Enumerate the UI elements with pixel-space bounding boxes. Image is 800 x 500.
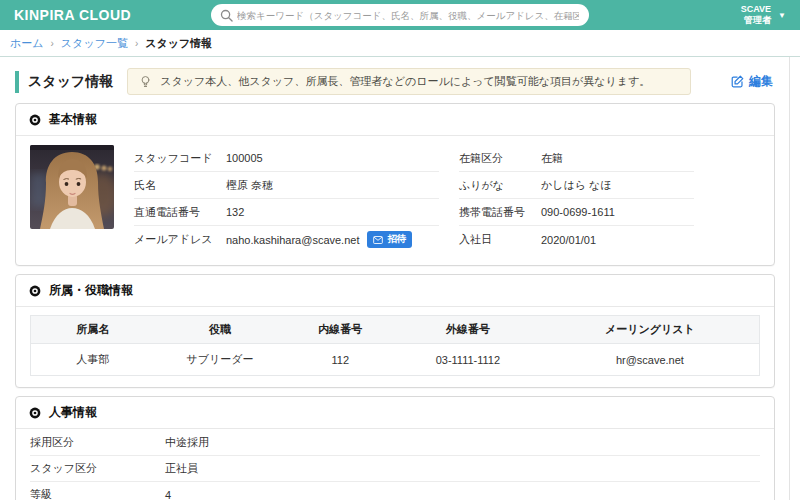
section-affiliation-header: 所属・役職情報 <box>16 275 774 307</box>
role-notice-banner: スタッフ本人、他スタッフ、所属長、管理者などのロールによって閲覧可能な項目が異な… <box>127 68 691 95</box>
field-value: 4 <box>165 489 171 500</box>
circle-dot-icon <box>29 407 41 419</box>
cell-mailing-list: hr@scave.net <box>541 344 760 376</box>
field-value: naho.kashihara@scave.net 招待 <box>226 231 412 248</box>
field-label: メールアドレス <box>134 232 226 247</box>
breadcrumb-link-staff-list[interactable]: スタッフ一覧 <box>61 36 128 51</box>
page-title-row: スタッフ情報 スタッフ本人、他スタッフ、所属長、管理者などのロールによって閲覧可… <box>15 68 773 95</box>
circle-dot-icon <box>29 285 41 297</box>
user-org: SCAVE <box>741 4 771 15</box>
invite-button-label: 招待 <box>387 233 406 246</box>
basic-fields-left: スタッフコード 100005 氏名 樫原 奈穂 直通電話番号 132 メールアド… <box>134 145 439 253</box>
field-value: かしはら なほ <box>541 178 612 193</box>
brand-logo[interactable]: KINPIRA CLOUD <box>14 7 131 23</box>
edit-button-label: 編集 <box>749 73 773 90</box>
main-content: スタッフ情報 スタッフ本人、他スタッフ、所属長、管理者などのロールによって閲覧可… <box>0 57 800 500</box>
search-icon <box>220 9 233 22</box>
cell-department: 人事部 <box>31 344 155 376</box>
search-input[interactable] <box>211 4 589 26</box>
app-header: KINPIRA CLOUD SCAVE 管理者 ▼ <box>0 0 800 30</box>
field-row: スタッフコード 100005 <box>134 145 439 172</box>
field-value: 樫原 奈穂 <box>226 178 273 193</box>
field-row: 氏名 樫原 奈穂 <box>134 172 439 199</box>
invite-button[interactable]: 招待 <box>367 231 412 248</box>
edit-button[interactable]: 編集 <box>731 73 773 90</box>
affiliation-table: 所属名 役職 内線番号 外線番号 メーリングリスト 人事部 サブリーダー 112… <box>30 315 760 376</box>
section-title: 基本情報 <box>49 111 97 128</box>
field-label: 直通電話番号 <box>134 205 226 220</box>
field-value: 正社員 <box>165 461 198 476</box>
role-notice-text: スタッフ本人、他スタッフ、所属長、管理者などのロールによって閲覧可能な項目が異な… <box>160 74 650 89</box>
field-value: 中途採用 <box>165 435 209 450</box>
field-label: スタッフ区分 <box>30 461 165 476</box>
field-row: 入社日 2020/01/01 <box>459 226 694 253</box>
cell-position: サブリーダー <box>154 344 285 376</box>
column-header: 外線番号 <box>395 316 541 344</box>
field-value: 100005 <box>226 152 263 164</box>
lightbulb-icon <box>139 75 152 89</box>
field-label: スタッフコード <box>134 151 226 166</box>
breadcrumb: ホーム › スタッフ一覧 › スタッフ情報 <box>0 30 800 57</box>
field-row: 携帯電話番号 090-0699-1611 <box>459 199 694 226</box>
section-hr-info: 人事情報 採用区分 中途採用 スタッフ区分 正社員 等級 4 メモ 社会保険労務… <box>15 396 775 500</box>
section-title: 人事情報 <box>49 404 97 421</box>
column-header: メーリングリスト <box>541 316 760 344</box>
chevron-down-icon: ▼ <box>778 11 786 20</box>
global-search <box>211 4 589 26</box>
section-basic-info-header: 基本情報 <box>16 104 774 136</box>
field-label: 入社日 <box>459 232 541 247</box>
edit-pencil-icon <box>731 75 744 88</box>
basic-fields-right: 在籍区分 在籍 ふりがな かしはら なほ 携帯電話番号 090-0699-161… <box>459 145 694 253</box>
circle-dot-icon <box>29 114 41 126</box>
column-header: 内線番号 <box>286 316 395 344</box>
basic-info-body: スタッフコード 100005 氏名 樫原 奈穂 直通電話番号 132 メールアド… <box>16 136 774 265</box>
table-row: 人事部 サブリーダー 112 03-1111-1112 hr@scave.net <box>31 344 760 376</box>
hr-row: スタッフ区分 正社員 <box>30 456 760 482</box>
hr-row: 採用区分 中途採用 <box>30 430 760 456</box>
field-row: 直通電話番号 132 <box>134 199 439 226</box>
page-title: スタッフ情報 <box>15 71 113 93</box>
field-value: 在籍 <box>541 151 563 166</box>
section-hr-info-header: 人事情報 <box>16 397 774 429</box>
field-label: 採用区分 <box>30 435 165 450</box>
field-row: メールアドレス naho.kashihara@scave.net 招待 <box>134 226 439 253</box>
section-title: 所属・役職情報 <box>49 282 133 299</box>
column-header: 所属名 <box>31 316 155 344</box>
hr-info-rows: 採用区分 中途採用 スタッフ区分 正社員 等級 4 メモ 社会保険労務資格有り <box>16 429 774 500</box>
cell-outside-line: 03-1111-1112 <box>395 344 541 376</box>
cell-extension: 112 <box>286 344 395 376</box>
breadcrumb-separator: › <box>51 38 54 49</box>
breadcrumb-link-home[interactable]: ホーム <box>10 36 44 51</box>
field-value: 2020/01/01 <box>541 234 596 246</box>
email-value: naho.kashihara@scave.net <box>226 234 359 246</box>
hr-row: 等級 4 <box>30 482 760 500</box>
user-menu[interactable]: SCAVE 管理者 ▼ <box>741 4 786 27</box>
table-header-row: 所属名 役職 内線番号 外線番号 メーリングリスト <box>31 316 760 344</box>
user-role: 管理者 <box>741 15 771 26</box>
field-label: 携帯電話番号 <box>459 205 541 220</box>
field-value: 090-0699-1611 <box>541 206 615 218</box>
field-label: 氏名 <box>134 178 226 193</box>
field-label: ふりがな <box>459 178 541 193</box>
field-label: 在籍区分 <box>459 151 541 166</box>
scrollbar-track[interactable] <box>789 57 790 500</box>
breadcrumb-separator: › <box>135 38 138 49</box>
field-label: 等級 <box>30 487 165 500</box>
field-value: 132 <box>226 206 244 218</box>
column-header: 役職 <box>154 316 285 344</box>
field-row: 在籍区分 在籍 <box>459 145 694 172</box>
breadcrumb-current: スタッフ情報 <box>145 36 212 51</box>
section-basic-info: 基本情報 <box>15 103 775 266</box>
section-affiliation: 所属・役職情報 所属名 役職 内線番号 外線番号 メーリングリスト 人事部 サブ… <box>15 274 775 388</box>
field-row: ふりがな かしはら なほ <box>459 172 694 199</box>
staff-photo <box>30 145 114 229</box>
